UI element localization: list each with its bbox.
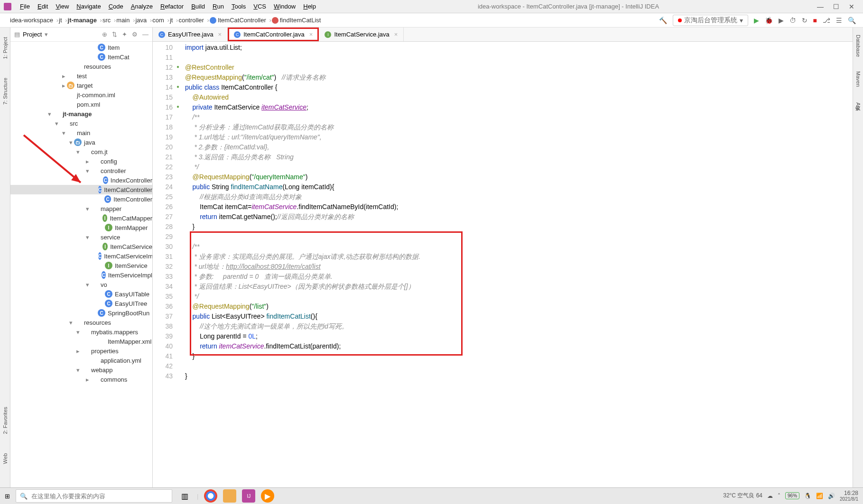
target-icon[interactable]: ⊕ — [102, 31, 107, 38]
menu-build[interactable]: Build — [187, 3, 209, 10]
close-tab-icon[interactable]: × — [394, 31, 398, 38]
maximize-icon[interactable]: ☐ — [833, 3, 839, 10]
tree-item-springbootrun[interactable]: CSpringBootRun — [10, 308, 152, 318]
tree-item-main[interactable]: ▾🗀main — [10, 128, 152, 137]
debug-icon[interactable]: 🐞 — [765, 17, 773, 24]
stop-icon[interactable]: ■ — [813, 17, 817, 24]
profiler-icon[interactable]: ⏱ — [789, 17, 796, 24]
menu-vcs[interactable]: VCS — [250, 3, 270, 10]
rail-maven[interactable]: Maven — [855, 71, 861, 87]
tree-item-item[interactable]: CItem — [10, 43, 152, 52]
tree-item-itemmapper[interactable]: IItemMapper — [10, 223, 152, 232]
close-tab-icon[interactable]: × — [309, 31, 313, 38]
windows-start-icon[interactable]: ⊞ — [5, 493, 10, 500]
run-config-selector[interactable]: 京淘后台管理系统 ▾ — [673, 15, 748, 26]
attach-icon[interactable]: ↻ — [802, 17, 807, 24]
tab-itemcatservice[interactable]: IItemCatService.java× — [319, 27, 404, 41]
crumb-jt-manage[interactable]: jt-manage — [65, 17, 100, 24]
chrome-icon[interactable] — [204, 489, 217, 503]
windows-search[interactable]: 🔍 — [16, 489, 172, 503]
weather-status[interactable]: 32°C 空气良 64 — [723, 492, 762, 500]
chevron-up-icon[interactable]: ˄ — [778, 493, 780, 499]
expand-icon[interactable]: ⇅ — [112, 31, 117, 38]
task-view-icon[interactable]: ▥ — [178, 489, 191, 503]
crumb-main[interactable]: main — [113, 17, 132, 24]
tree-item-java[interactable]: ▾🗀java — [10, 137, 152, 147]
tree-item-itemcat[interactable]: CItemCat — [10, 52, 152, 62]
menu-window[interactable]: Window — [270, 3, 299, 10]
clock-date[interactable]: 2021/8/1 — [840, 496, 858, 502]
menu-help[interactable]: Help — [299, 3, 320, 10]
tree-item-jt-common-iml[interactable]: ≡jt-common.iml — [10, 90, 152, 100]
tree-item-mapper[interactable]: ▾🗀mapper — [10, 204, 152, 213]
menu-navigate[interactable]: Navigate — [73, 3, 104, 10]
collapse-icon[interactable]: ✦ — [122, 31, 127, 38]
hide-icon[interactable]: — — [142, 31, 148, 38]
menu-run[interactable]: Run — [209, 3, 228, 10]
tree-item-controller[interactable]: ▾🗀controller — [10, 166, 152, 175]
tree-item-commons[interactable]: ▸🗀commons — [10, 375, 152, 384]
rail-structure[interactable]: 7: Structure — [2, 78, 8, 105]
coverage-icon[interactable]: ▶ — [779, 17, 784, 24]
crumb-idea-workspace[interactable]: idea-workspace — [7, 17, 56, 24]
tree-item-webapp[interactable]: ▾🗀webapp — [10, 365, 152, 375]
tree-item-itemmapper-xml[interactable]: ≡ItemMapper.xml — [10, 337, 152, 346]
tab-itemcatcontroller[interactable]: CItemCatController.java× — [228, 27, 319, 41]
rail-web[interactable]: Web — [2, 453, 8, 464]
crumb-jt[interactable]: jt — [56, 17, 65, 24]
minimize-icon[interactable]: — — [817, 3, 824, 10]
tab-easyuitree[interactable]: CEasyUITree.java× — [153, 27, 228, 41]
git-icon[interactable]: ⎇ — [823, 17, 830, 24]
tree-item-test[interactable]: ▸🗀test — [10, 71, 152, 81]
qq-icon[interactable]: 🐧 — [804, 493, 811, 499]
crumb-itemcatcontroller[interactable]: ItemCatController — [207, 17, 269, 24]
crumb-jt[interactable]: jt — [167, 17, 176, 24]
menu-refactor[interactable]: Refactor — [157, 3, 187, 10]
clock-time[interactable]: 16:28 — [840, 490, 858, 496]
crumb-java[interactable]: java — [132, 17, 149, 24]
tree-item-itemserviceimpl[interactable]: CItemServiceImpl — [10, 270, 152, 280]
menu-file[interactable]: File — [16, 3, 34, 10]
search-icon[interactable]: 🔍 — [848, 17, 856, 24]
tree-item-com-jt[interactable]: ▾🗀com.jt — [10, 147, 152, 156]
tree-item-mybatis-mappers[interactable]: ▾🗀mybatis.mappers — [10, 327, 152, 337]
explorer-icon[interactable] — [223, 489, 236, 503]
tree-item-pom-xml[interactable]: ≡pom.xml — [10, 100, 152, 109]
tree-item-itemcatserviceimpl[interactable]: CItemCatServiceImpl — [10, 251, 152, 261]
close-icon[interactable]: ✕ — [849, 3, 854, 10]
close-tab-icon[interactable]: × — [218, 31, 222, 38]
project-tree[interactable]: CItemCItemCat🗀resources▸🗀test▸🗀target≡jt… — [10, 42, 152, 487]
tree-item-resources[interactable]: 🗀resources — [10, 62, 152, 71]
tree-item-itemservice[interactable]: IItemService — [10, 261, 152, 270]
code-content[interactable]: import java.util.List; @RestController@R… — [185, 42, 420, 487]
menu-edit[interactable]: Edit — [34, 3, 52, 10]
tree-item-itemcatcontroller[interactable]: CItemCatController — [10, 185, 152, 194]
battery-icon[interactable]: 96% — [785, 492, 799, 499]
menu-view[interactable]: View — [52, 3, 73, 10]
tree-item-resources[interactable]: ▾🗀resources — [10, 318, 152, 327]
tree-item-itemcatmapper[interactable]: IItemCatMapper — [10, 213, 152, 223]
tree-item-service[interactable]: ▾🗀service — [10, 232, 152, 242]
rail-project[interactable]: 1: Project — [2, 37, 8, 59]
crumb-com[interactable]: com — [149, 17, 167, 24]
menu-code[interactable]: Code — [105, 3, 127, 10]
rail-ant[interactable]: 蚁 Ant — [854, 101, 862, 110]
rail-database[interactable]: Database — [855, 35, 861, 57]
tree-item-indexcontroller[interactable]: CIndexController — [10, 175, 152, 185]
tree-item-itemcatservice[interactable]: IItemCatService — [10, 242, 152, 251]
hammer-icon[interactable]: 🔨 — [659, 17, 667, 24]
tree-item-properties[interactable]: ▸🗀properties — [10, 346, 152, 356]
crumb-src[interactable]: src — [100, 17, 113, 24]
search-input[interactable] — [31, 493, 168, 500]
menu-analyze[interactable]: Analyze — [127, 3, 157, 10]
crumb-finditemcatlist[interactable]: findItemCatList — [269, 17, 324, 24]
tree-item-config[interactable]: ▸🗀config — [10, 156, 152, 166]
tree-item-vo[interactable]: ▾🗀vo — [10, 280, 152, 289]
media-icon[interactable]: ▶ — [261, 489, 274, 503]
tree-item-jt-manage[interactable]: ▾🗀jt-manage — [10, 109, 152, 119]
volume-icon[interactable]: 🔊 — [828, 493, 835, 499]
crumb-controller[interactable]: controller — [176, 17, 206, 24]
run-icon[interactable]: ▶ — [754, 17, 759, 24]
intellij-taskbar-icon[interactable]: IJ — [242, 489, 255, 503]
tree-item-src[interactable]: ▾🗀src — [10, 119, 152, 128]
